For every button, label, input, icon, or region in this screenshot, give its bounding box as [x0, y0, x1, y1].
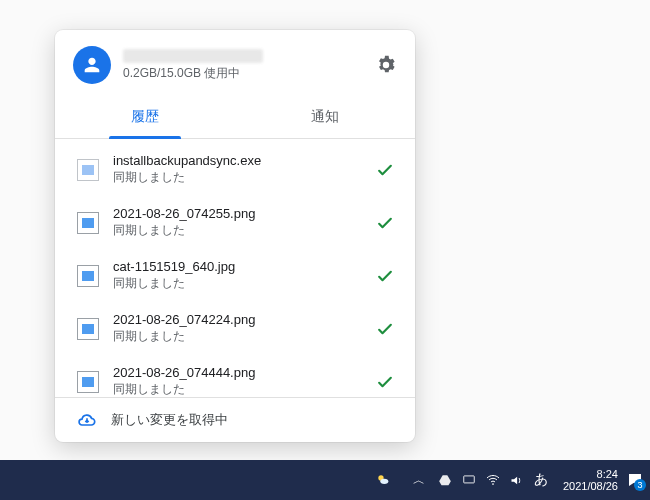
account-name-redacted: [123, 49, 263, 63]
notification-count-badge: 3: [634, 479, 646, 491]
file-meta: 2021-08-26_074255.png同期しました: [113, 206, 361, 239]
clock-time: 8:24: [563, 468, 618, 480]
tray-overflow-chevron-icon[interactable]: ︿: [413, 472, 425, 489]
list-item[interactable]: 2021-08-26_074255.png同期しました: [55, 196, 415, 249]
file-meta: 2021-08-26_074444.png同期しました: [113, 365, 361, 397]
sync-status: 同期しました: [113, 381, 361, 397]
sync-status: 同期しました: [113, 222, 361, 239]
svg-rect-3: [464, 476, 475, 483]
action-center-icon[interactable]: 3: [626, 471, 644, 489]
taskbar-clock[interactable]: 8:24 2021/08/26: [563, 468, 618, 492]
storage-usage: 0.2GB/15.0GB 使用中: [123, 65, 363, 82]
image-file-icon: [77, 318, 99, 340]
image-file-icon: [77, 212, 99, 234]
tab-bar: 履歴 通知: [55, 98, 415, 139]
clock-date: 2021/08/26: [563, 480, 618, 492]
panel-footer: 新しい変更を取得中: [55, 397, 415, 442]
image-file-icon: [77, 265, 99, 287]
touchpad-tray-icon[interactable]: [461, 472, 477, 488]
windows-taskbar[interactable]: ︿ あ 8:24 2021/08/26 3: [0, 460, 650, 500]
google-drive-tray-icon[interactable]: [437, 472, 453, 488]
svg-point-4: [492, 483, 494, 485]
footer-status: 新しい変更を取得中: [111, 411, 228, 429]
file-name: 2021-08-26_074224.png: [113, 312, 361, 327]
weather-tray-icon[interactable]: [375, 472, 391, 488]
file-name: 2021-08-26_074255.png: [113, 206, 361, 221]
wifi-tray-icon[interactable]: [485, 472, 501, 488]
tab-history[interactable]: 履歴: [55, 98, 235, 138]
svg-marker-2: [439, 475, 451, 485]
file-meta: 2021-08-26_074224.png同期しました: [113, 312, 361, 345]
file-name: cat-1151519_640.jpg: [113, 259, 361, 274]
file-meta: installbackupandsync.exe同期しました: [113, 153, 361, 186]
settings-gear-icon[interactable]: [375, 54, 397, 76]
image-file-icon: [77, 371, 99, 393]
sync-status: 同期しました: [113, 275, 361, 292]
file-name: 2021-08-26_074444.png: [113, 365, 361, 380]
list-item[interactable]: 2021-08-26_074224.png同期しました: [55, 302, 415, 355]
ime-indicator[interactable]: あ: [533, 472, 549, 488]
account-info: 0.2GB/15.0GB 使用中: [123, 49, 363, 82]
checkmark-icon: [375, 266, 395, 286]
account-avatar[interactable]: [73, 46, 111, 84]
person-icon: [81, 54, 103, 76]
list-item[interactable]: cat-1151519_640.jpg同期しました: [55, 249, 415, 302]
exe-file-icon: [77, 159, 99, 181]
volume-tray-icon[interactable]: [509, 472, 525, 488]
drive-sync-panel: 0.2GB/15.0GB 使用中 履歴 通知 installbackupands…: [55, 30, 415, 442]
sync-history-list[interactable]: installbackupandsync.exe同期しました2021-08-26…: [55, 139, 415, 397]
checkmark-icon: [375, 319, 395, 339]
panel-header: 0.2GB/15.0GB 使用中: [55, 30, 415, 92]
file-name: installbackupandsync.exe: [113, 153, 361, 168]
tab-notifications[interactable]: 通知: [235, 98, 415, 138]
sync-status: 同期しました: [113, 328, 361, 345]
checkmark-icon: [375, 213, 395, 233]
file-meta: cat-1151519_640.jpg同期しました: [113, 259, 361, 292]
list-item[interactable]: 2021-08-26_074444.png同期しました: [55, 355, 415, 397]
checkmark-icon: [375, 372, 395, 392]
checkmark-icon: [375, 160, 395, 180]
list-item[interactable]: installbackupandsync.exe同期しました: [55, 143, 415, 196]
sync-status: 同期しました: [113, 169, 361, 186]
svg-point-1: [380, 479, 388, 484]
cloud-sync-icon: [77, 410, 97, 430]
